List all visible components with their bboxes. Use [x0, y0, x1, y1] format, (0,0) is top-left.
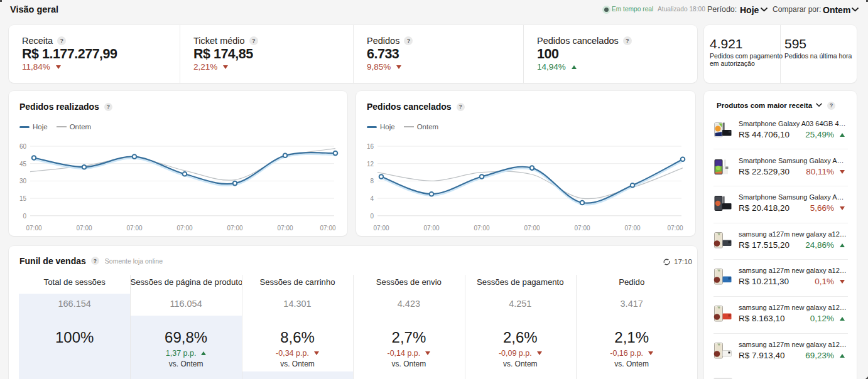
svg-text:07:00: 07:00	[126, 225, 142, 232]
svg-text:07:00: 07:00	[26, 225, 41, 232]
svg-text:07:00: 07:00	[624, 225, 640, 232]
svg-text:60: 60	[19, 143, 27, 150]
svg-text:45: 45	[19, 161, 27, 168]
svg-text:0: 0	[23, 213, 26, 220]
svg-text:07:00: 07:00	[373, 225, 389, 232]
svg-text:07:00: 07:00	[176, 225, 192, 232]
svg-text:8: 8	[370, 178, 374, 184]
svg-text:30: 30	[19, 178, 27, 184]
svg-text:07:00: 07:00	[667, 225, 683, 232]
svg-text:07:00: 07:00	[277, 225, 293, 232]
svg-text:07:00: 07:00	[76, 225, 92, 232]
svg-text:07:00: 07:00	[320, 225, 335, 232]
svg-text:16: 16	[367, 143, 374, 150]
svg-text:07:00: 07:00	[524, 225, 540, 232]
svg-text:15: 15	[19, 195, 27, 202]
svg-text:07:00: 07:00	[574, 225, 590, 232]
svg-text:07:00: 07:00	[474, 225, 489, 232]
svg-text:4: 4	[370, 195, 374, 202]
svg-text:07:00: 07:00	[227, 225, 242, 232]
svg-text:0: 0	[370, 213, 374, 220]
svg-text:12: 12	[367, 161, 374, 168]
svg-text:07:00: 07:00	[423, 225, 439, 232]
